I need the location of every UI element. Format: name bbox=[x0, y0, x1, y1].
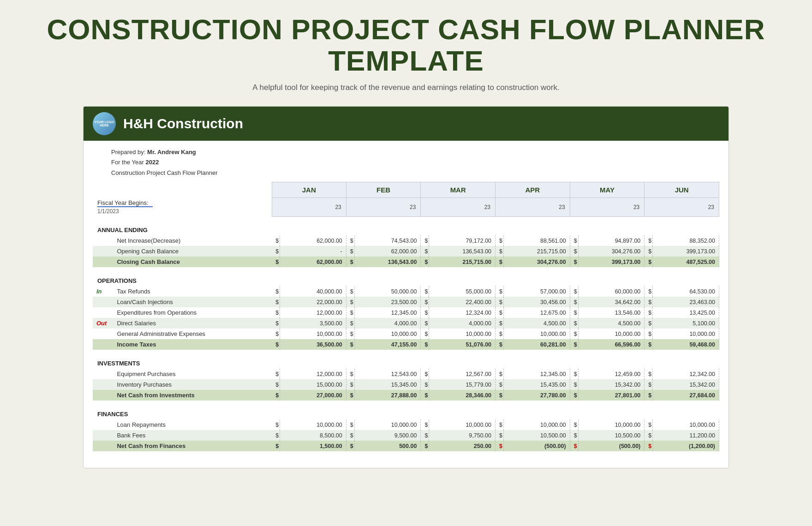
jun-sub: 23 bbox=[645, 197, 719, 216]
jan-val: 62,000.00 bbox=[280, 235, 346, 246]
tax-refunds-row: In Tax Refunds $40,000.00 $50,000.00 $55… bbox=[93, 286, 719, 297]
row-label: Net Cash from Investments bbox=[107, 390, 272, 400]
jun-val: 88,352.00 bbox=[653, 235, 719, 246]
apr-val: 88,561.00 bbox=[503, 235, 570, 246]
dollar: $ bbox=[496, 235, 504, 246]
row-label: Inventory Purchases bbox=[107, 379, 272, 390]
row-label: Net Cash from Finances bbox=[107, 441, 272, 451]
dollar: $ bbox=[272, 235, 280, 246]
out-prefix: Out bbox=[93, 318, 107, 329]
may-val: 94,897.00 bbox=[578, 235, 645, 246]
col-apr: APR bbox=[496, 182, 570, 197]
annual-ending-section-title: ANNUAL ENDING bbox=[93, 220, 719, 235]
doc-title: Construction Project Cash Flow Planner bbox=[111, 168, 701, 178]
closing-cash-row: Closing Cash Balance $62,000.00 $136,543… bbox=[93, 257, 719, 267]
row-label: General Administrative Expenses bbox=[107, 329, 272, 339]
meta-section: Prepared by: Mr. Andrew Kang For the Yea… bbox=[84, 141, 728, 181]
column-header-row: JAN FEB MAR APR MAY JUN bbox=[93, 182, 719, 197]
spacer-row bbox=[93, 350, 719, 353]
company-logo: YOUR LOGO HERE bbox=[93, 112, 116, 135]
spreadsheet-container: YOUR LOGO HERE H&H Construction Prepared… bbox=[83, 106, 729, 468]
main-table: JAN FEB MAR APR MAY JUN Fiscal Year Begi… bbox=[93, 182, 719, 459]
fiscal-year-row: Fiscal Year Begins: 1/1/2023 23 23 23 23… bbox=[93, 197, 719, 216]
expenditures-ops-row: Expenditures from Operations $12,000.00 … bbox=[93, 307, 719, 318]
row-label: Bank Fees bbox=[107, 430, 272, 441]
row-label: Tax Refunds bbox=[107, 286, 272, 297]
row-label: Net Increase(Decrease) bbox=[107, 235, 272, 246]
row-label: Income Taxes bbox=[107, 339, 272, 350]
finances-section-title: FINANCES bbox=[93, 404, 719, 419]
spacer-row bbox=[93, 267, 719, 271]
prefix-cell bbox=[93, 235, 107, 246]
col-mar: MAR bbox=[421, 182, 496, 197]
investments-section-title: INVESTMENTS bbox=[93, 353, 719, 369]
inventory-purchases-row: Inventory Purchases $15,000.00 $15,345.0… bbox=[93, 379, 719, 390]
page-subtitle: A helpful tool for keeping track of the … bbox=[18, 83, 794, 92]
net-increase-row: Net Increase(Decrease) $62,000.00 $74,54… bbox=[93, 235, 719, 246]
row-label: Loan Repayments bbox=[107, 419, 272, 430]
spacer-row bbox=[93, 216, 719, 220]
fiscal-year-date: 1/1/2023 bbox=[97, 206, 153, 215]
net-cash-finances-row: Net Cash from Finances $1,500.00 $500.00… bbox=[93, 441, 719, 451]
equipment-purchases-row: Equipment Purchases $12,000.00 $12,543.0… bbox=[93, 369, 719, 379]
dollar: $ bbox=[421, 235, 429, 246]
net-cash-investments-row: Net Cash from Investments $27,000.00 $27… bbox=[93, 390, 719, 400]
col-feb: FEB bbox=[346, 182, 421, 197]
page-title: CONSTRUCTION PROJECT CASH FLOW PLANNER T… bbox=[18, 14, 794, 77]
company-name: H&H Construction bbox=[123, 116, 243, 132]
dollar: $ bbox=[570, 235, 578, 246]
row-label: Loan/Cash Injections bbox=[107, 297, 272, 307]
fiscal-year-label: Fiscal Year Begins: bbox=[97, 199, 267, 206]
dollar: $ bbox=[645, 235, 653, 246]
table-area: JAN FEB MAR APR MAY JUN Fiscal Year Begi… bbox=[84, 182, 728, 468]
row-label: Opening Cash Balance bbox=[107, 246, 272, 257]
spacer-row bbox=[93, 400, 719, 404]
col-jun: JUN bbox=[645, 182, 719, 197]
loan-injections-row: Loan/Cash Injections $22,000.00 $23,500.… bbox=[93, 297, 719, 307]
bottom-spacer bbox=[93, 451, 719, 459]
gen-admin-row: General Administrative Expenses $10,000.… bbox=[93, 329, 719, 339]
for-year: For the Year 2022 bbox=[111, 157, 701, 167]
prepared-by: Prepared by: Mr. Andrew Kang bbox=[111, 147, 701, 157]
feb-sub: 23 bbox=[346, 197, 421, 216]
direct-salaries-row: Out Direct Salaries $3,500.00 $4,000.00 … bbox=[93, 318, 719, 329]
row-label: Direct Salaries bbox=[107, 318, 272, 329]
mar-sub: 23 bbox=[421, 197, 496, 216]
operations-section-title: OPERATIONS bbox=[93, 271, 719, 286]
feb-val: 74,543.00 bbox=[354, 235, 421, 246]
row-label: Expenditures from Operations bbox=[107, 307, 272, 318]
jan-sub: 23 bbox=[272, 197, 346, 216]
apr-sub: 23 bbox=[496, 197, 570, 216]
row-label: Equipment Purchases bbox=[107, 369, 272, 379]
may-sub: 23 bbox=[570, 197, 645, 216]
mar-val: 79,172.00 bbox=[429, 235, 496, 246]
income-taxes-row: Income Taxes $36,500.00 $47,155.00 $51,0… bbox=[93, 339, 719, 350]
col-may: MAY bbox=[570, 182, 645, 197]
opening-cash-row: Opening Cash Balance $- $62,000.00 $136,… bbox=[93, 246, 719, 257]
dollar: $ bbox=[346, 235, 354, 246]
in-prefix: In bbox=[93, 286, 107, 297]
bank-fees-row: Bank Fees $8,500.00 $9,500.00 $9,750.00 … bbox=[93, 430, 719, 441]
col-jan: JAN bbox=[272, 182, 346, 197]
company-header: YOUR LOGO HERE H&H Construction bbox=[84, 107, 728, 141]
loan-repayments-row: Loan Repayments $10,000.00 $10,000.00 $1… bbox=[93, 419, 719, 430]
row-label: Closing Cash Balance bbox=[107, 257, 272, 267]
